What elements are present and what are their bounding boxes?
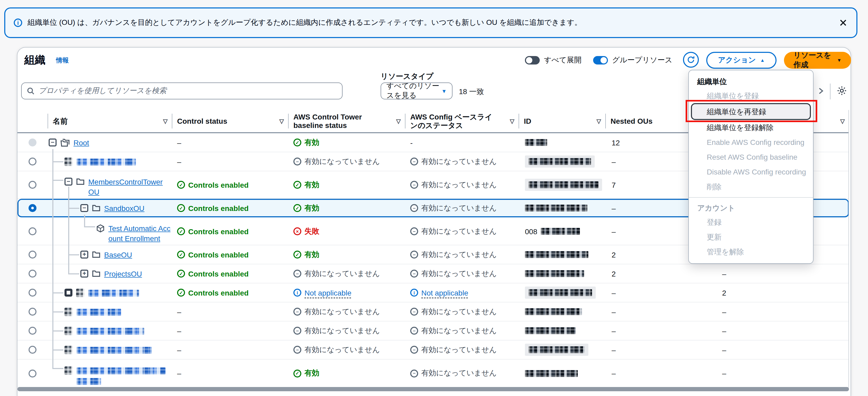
row-radio[interactable] bbox=[29, 327, 36, 335]
resource-type-label: リソースタイプ bbox=[381, 72, 433, 82]
row-radio[interactable] bbox=[29, 346, 36, 354]
row-radio[interactable] bbox=[29, 157, 36, 165]
id-cell bbox=[519, 251, 605, 258]
resource-name-link[interactable]: BaseOU bbox=[104, 250, 132, 259]
status-not-enabled-icon: − bbox=[293, 346, 301, 354]
row-radio[interactable] bbox=[29, 289, 36, 297]
config-baseline-cell[interactable]: iNot applicable bbox=[405, 288, 519, 297]
row-radio[interactable] bbox=[29, 308, 36, 316]
control-tower-baseline-cell[interactable]: iNot applicable bbox=[288, 288, 405, 297]
config-baseline-cell: −有効になっていません bbox=[405, 368, 519, 378]
row-radio[interactable] bbox=[29, 227, 36, 235]
redacted-name[interactable] bbox=[76, 157, 136, 166]
collapse-icon[interactable]: − bbox=[64, 177, 72, 185]
refresh-button[interactable] bbox=[683, 52, 699, 68]
id-cell bbox=[519, 205, 605, 212]
id-cell bbox=[519, 308, 605, 315]
folder-icon bbox=[92, 204, 100, 212]
actions-menu: 組織単位組織単位を登録組織単位を再登録組織単位を登録解除Enable AWS C… bbox=[688, 70, 813, 264]
config-baseline-cell: −有効になっていません bbox=[405, 345, 519, 355]
control-tower-baseline-cell: −有効になっていません bbox=[288, 307, 405, 316]
nested-accounts-value: – bbox=[703, 369, 849, 377]
column-header[interactable]: ID▽ bbox=[519, 110, 605, 132]
sort-icon[interactable]: ▽ bbox=[840, 118, 845, 124]
status-ok-icon: ✓ bbox=[177, 181, 185, 189]
column-header[interactable]: 名前▽ bbox=[48, 110, 172, 132]
select-caret-icon: ▼ bbox=[441, 88, 447, 94]
sort-icon[interactable]: ▽ bbox=[396, 118, 401, 124]
id-cell bbox=[519, 286, 605, 299]
control-status-cell: ✓Controls enabled bbox=[172, 227, 288, 236]
table-settings-button[interactable] bbox=[837, 86, 847, 96]
close-icon[interactable] bbox=[838, 18, 848, 28]
redacted-icon bbox=[64, 307, 73, 316]
redacted-name[interactable] bbox=[88, 288, 139, 297]
table-right-border bbox=[848, 110, 849, 388]
control-status-cell: ✓Controls enabled bbox=[172, 288, 288, 297]
collapse-icon[interactable]: − bbox=[80, 204, 88, 212]
table-row[interactable]: – −有効になっていません −有効になっていません – – bbox=[18, 322, 849, 340]
actions-button[interactable]: アクション▲ bbox=[706, 52, 777, 69]
column-header[interactable]: AWS Config ベースラインのステータス▽ bbox=[405, 110, 519, 132]
status-ok-icon: ✓ bbox=[177, 204, 185, 212]
control-tower-baseline-cell: ✓有効 bbox=[288, 250, 405, 259]
redacted-name[interactable] bbox=[76, 327, 144, 335]
resource-name-link[interactable]: SandboxOU bbox=[104, 204, 145, 212]
tree-connector bbox=[52, 180, 63, 181]
status-not-enabled-icon: − bbox=[410, 327, 418, 335]
sort-icon[interactable]: ▽ bbox=[596, 118, 601, 124]
horizontal-scrollbar[interactable] bbox=[18, 387, 849, 391]
row-radio[interactable] bbox=[29, 139, 36, 147]
control-status-cell: – bbox=[172, 157, 288, 166]
folder-icon bbox=[92, 270, 100, 278]
collapse-icon[interactable] bbox=[64, 289, 72, 297]
row-radio[interactable] bbox=[29, 369, 36, 377]
resource-name-link[interactable]: Root bbox=[73, 138, 89, 147]
resource-name-link[interactable]: MembersControlTowerOU bbox=[88, 177, 163, 197]
status-not-enabled-icon: − bbox=[293, 270, 301, 278]
group-resources-toggle[interactable] bbox=[593, 56, 608, 64]
row-radio[interactable] bbox=[29, 270, 36, 278]
status-not-enabled-icon: − bbox=[293, 327, 301, 335]
info-link[interactable]: 情報 bbox=[56, 56, 69, 65]
header-select-column bbox=[18, 110, 48, 132]
search-input[interactable]: プロパティを使用してリソースを検索 bbox=[21, 83, 343, 99]
redacted-name[interactable] bbox=[76, 366, 165, 385]
row-radio[interactable] bbox=[29, 251, 36, 258]
expand-icon[interactable]: + bbox=[80, 251, 88, 258]
expand-icon[interactable]: + bbox=[80, 270, 88, 278]
table-row[interactable]: – ✓有効 −有効になっていません – – bbox=[18, 360, 849, 388]
column-header[interactable]: Control status▽ bbox=[172, 110, 288, 132]
redacted-name[interactable] bbox=[76, 345, 152, 354]
config-baseline-cell: −有効になっていません bbox=[405, 203, 519, 213]
resource-type-select[interactable]: すべてのリソースを見る▼ bbox=[381, 83, 453, 99]
menu-item[interactable]: 組織単位を登録解除 bbox=[689, 120, 813, 135]
table-row[interactable]: +ProjectsOU ✓Controls enabled −有効になっていませ… bbox=[18, 264, 849, 283]
expand-all-toggle[interactable] bbox=[525, 56, 540, 64]
config-baseline-cell: −有効になっていません bbox=[405, 157, 519, 166]
table-row[interactable]: – −有効になっていません −有効になっていません – – bbox=[18, 340, 849, 360]
table-row[interactable]: ✓Controls enabled iNot applicable iNot a… bbox=[18, 283, 849, 302]
menu-item: 組織単位を登録 bbox=[689, 88, 813, 103]
status-ok-icon: ✓ bbox=[293, 204, 301, 212]
row-radio[interactable] bbox=[29, 204, 36, 212]
status-ok-icon: ✓ bbox=[293, 139, 301, 147]
row-radio[interactable] bbox=[29, 181, 36, 189]
sort-icon[interactable]: ▽ bbox=[279, 118, 284, 124]
caret-down-icon: ▼ bbox=[837, 58, 842, 63]
redacted-name[interactable] bbox=[76, 307, 121, 316]
table-row[interactable]: – −有効になっていません −有効になっていません – – bbox=[18, 302, 849, 322]
menu-item: 更新 bbox=[689, 230, 813, 244]
column-header[interactable]: AWS Control Tower baseline status▽ bbox=[288, 110, 405, 132]
menu-item[interactable]: 組織単位を再登録 bbox=[691, 103, 811, 120]
sort-icon[interactable]: ▽ bbox=[510, 118, 514, 124]
sort-icon[interactable]: ▽ bbox=[163, 118, 167, 124]
resource-name-link[interactable]: Test Automatic Account Enrollment bbox=[108, 223, 172, 243]
resource-name-link[interactable]: ProjectsOU bbox=[104, 269, 142, 278]
status-not-enabled-icon: − bbox=[410, 157, 418, 165]
collapse-icon[interactable]: − bbox=[49, 139, 57, 147]
status-info-icon: i bbox=[293, 289, 301, 297]
status-not-enabled-icon: − bbox=[293, 157, 301, 165]
next-page-button[interactable] bbox=[818, 87, 824, 95]
create-resource-button[interactable]: リソースを作成▼ bbox=[784, 52, 851, 69]
